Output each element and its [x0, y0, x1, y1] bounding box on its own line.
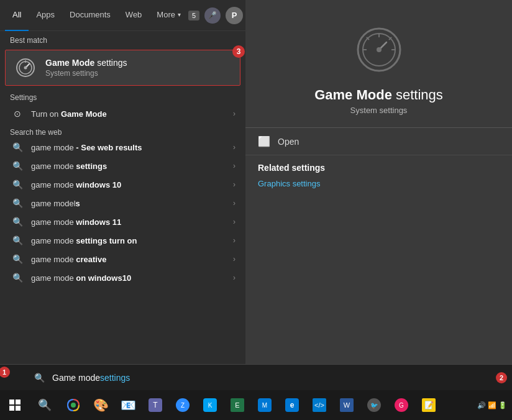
search-icon-0: 🔍	[10, 142, 25, 152]
best-match-subtitle: System settings	[45, 69, 232, 78]
taskbar-vscode[interactable]: </>	[306, 390, 333, 420]
microphone-icon: 🎤	[204, 7, 221, 24]
best-match-title: Game Mode settings	[45, 58, 232, 68]
arrow-icon-0: ›	[233, 143, 235, 152]
search-icon-5: 🔍	[10, 235, 25, 245]
search-input-container[interactable]: Game mode settings	[52, 373, 512, 383]
taskbar-word[interactable]: W	[333, 390, 360, 420]
web-item-text-0: game mode - See web results	[31, 143, 233, 152]
taskbar-teams[interactable]: T	[142, 390, 169, 420]
taskbar: 🔍 🎨 📧 T Z K E M e </> W	[0, 390, 512, 420]
tab-more[interactable]: More ▾	[149, 0, 188, 31]
tab-all[interactable]: All	[5, 0, 29, 31]
search-bar-icon: 🔍	[26, 373, 52, 383]
taskbar-chrome[interactable]	[60, 390, 87, 420]
svg-point-13	[24, 66, 27, 70]
web-item-1[interactable]: 🔍 game mode settings ›	[0, 157, 245, 175]
open-action[interactable]: ⬜ Open	[245, 128, 512, 155]
notification-badge: 5	[188, 11, 199, 21]
svg-rect-14	[9, 399, 14, 404]
chevron-down-icon: ▾	[178, 11, 181, 18]
right-panel: Game Mode settings System settings ⬜ Ope…	[245, 0, 512, 390]
tab-web[interactable]: Web	[118, 0, 150, 31]
taskbar-spreadsheet[interactable]: E	[224, 390, 251, 420]
start-button[interactable]	[0, 390, 30, 420]
tab-documents[interactable]: Documents	[62, 0, 118, 31]
svg-point-19	[71, 403, 76, 408]
web-item-5[interactable]: 🔍 game mode settings turn on ›	[0, 231, 245, 250]
search-icon-7: 🔍	[10, 273, 25, 283]
open-label: Open	[278, 137, 299, 147]
taskbar-zoom[interactable]: Z	[169, 390, 196, 420]
settings-label: Settings	[0, 88, 245, 104]
search-web-label: Search the web	[0, 123, 245, 138]
open-icon: ⬜	[258, 135, 270, 147]
badge-1: 1	[0, 367, 10, 378]
settings-icon: ⊙	[10, 109, 25, 119]
right-panel-title: Game Mode settings	[314, 87, 443, 103]
user-avatar[interactable]: P	[226, 7, 243, 24]
web-item-text-5: game mode settings turn on	[31, 236, 233, 245]
arrow-icon-2: ›	[233, 180, 235, 189]
web-item-text-2: game mode windows 10	[31, 180, 233, 189]
arrow-icon-5: ›	[233, 236, 235, 245]
right-panel-subtitle: System settings	[350, 106, 408, 115]
best-match-label: Best match	[0, 31, 245, 47]
search-icon-6: 🔍	[10, 254, 25, 264]
windows-icon	[9, 399, 21, 411]
related-settings-label: Related settings	[245, 155, 512, 175]
arrow-icon-7: ›	[233, 273, 235, 282]
badge-2: 2	[496, 372, 507, 383]
search-icon-2: 🔍	[10, 180, 25, 189]
taskbar-right: 🔊 📶 🔋	[477, 401, 512, 409]
search-text-colored: settings	[100, 373, 130, 383]
taskbar-app8[interactable]: M	[251, 390, 278, 420]
game-mode-icon	[354, 25, 404, 77]
web-item-text-3: game models	[31, 199, 233, 208]
best-match-item[interactable]: Game Mode settings System settings 3	[5, 50, 240, 86]
taskbar-paint[interactable]: 🎨	[87, 390, 114, 420]
search-icon-3: 🔍	[10, 198, 25, 208]
web-item-7[interactable]: 🔍 game mode on windows10 ›	[0, 268, 245, 287]
svg-point-8	[377, 47, 382, 52]
arrow-icon-6: ›	[233, 255, 235, 263]
web-item-text-4: game mode windows 11	[31, 217, 233, 227]
web-item-3[interactable]: 🔍 game models ›	[0, 194, 245, 212]
web-item-2[interactable]: 🔍 game mode windows 10 ›	[0, 175, 245, 194]
svg-rect-16	[9, 406, 14, 411]
search-panel: All Apps Documents Web More ▾ 5 🎤 P ··· …	[0, 0, 245, 364]
arrow-icon: ›	[233, 109, 235, 118]
taskbar-app6[interactable]: K	[196, 390, 224, 420]
taskbar-icons: 🎨 📧 T Z K E M e </> W 🐦 G	[60, 390, 477, 420]
arrow-icon-3: ›	[233, 199, 235, 208]
search-text-normal: Game mode	[52, 373, 100, 383]
web-item-text-7: game mode on windows10	[31, 273, 233, 283]
turn-on-game-mode-item[interactable]: ⊙ Turn on Game Mode ›	[0, 104, 245, 123]
taskbar-edge[interactable]: e	[278, 390, 306, 420]
taskbar-notes[interactable]: 📝	[415, 390, 442, 420]
web-item-text-1: game mode settings	[31, 162, 233, 171]
taskbar-mail[interactable]: 📧	[114, 390, 142, 420]
tab-apps[interactable]: Apps	[29, 0, 62, 31]
badge-3: 3	[232, 45, 245, 58]
arrow-icon-1: ›	[233, 162, 235, 170]
web-item-0[interactable]: 🔍 game mode - See web results ›	[0, 138, 245, 157]
graphics-settings-link[interactable]: Graphics settings	[245, 175, 512, 192]
web-item-4[interactable]: 🔍 game mode windows 11 ›	[0, 212, 245, 231]
svg-rect-15	[16, 399, 21, 404]
taskbar-search-icon: 🔍	[38, 398, 52, 412]
search-results: Best match Game Mode settings System set…	[0, 31, 245, 329]
right-panel-actions: ⬜ Open Related settings Graphics setting…	[245, 128, 512, 192]
web-item-6[interactable]: 🔍 game mode creative ›	[0, 250, 245, 268]
taskbar-app13[interactable]: G	[388, 390, 415, 420]
taskbar-app12[interactable]: 🐦	[360, 390, 388, 420]
svg-rect-17	[16, 406, 21, 411]
nav-right: 5 🎤 P ··· ×	[188, 6, 245, 24]
nav-tabs: All Apps Documents Web More ▾ 5 🎤 P ··· …	[0, 0, 245, 31]
search-bar: 1 🔍 Game mode settings 2	[0, 364, 512, 390]
taskbar-search-button[interactable]: 🔍	[30, 390, 60, 420]
arrow-icon-4: ›	[233, 217, 235, 226]
search-icon-4: 🔍	[10, 217, 25, 227]
settings-item-text: Turn on Game Mode	[31, 109, 233, 119]
web-item-text-6: game mode creative	[31, 255, 233, 264]
